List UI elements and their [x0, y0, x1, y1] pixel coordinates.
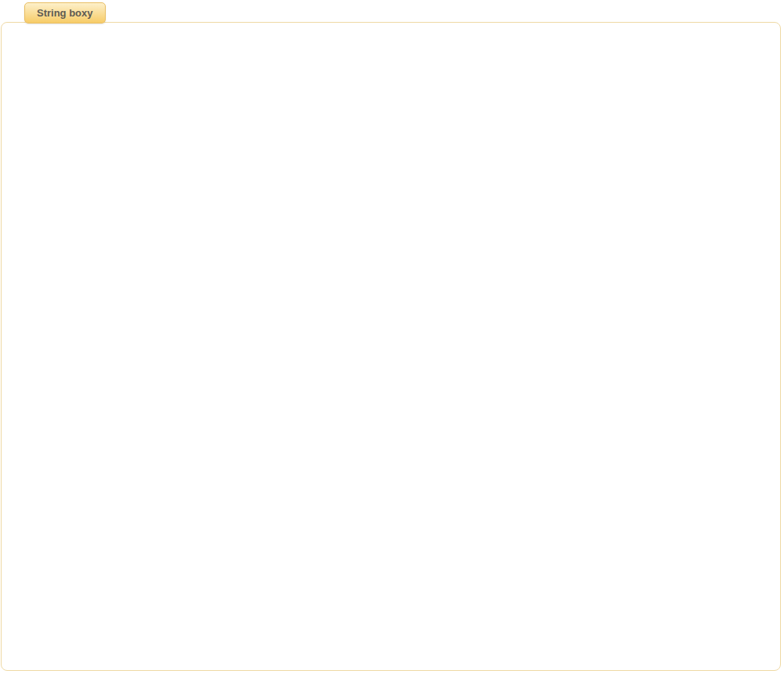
stringbox-panel: [1, 22, 781, 671]
tab-string-boxy[interactable]: String boxy: [24, 2, 106, 24]
